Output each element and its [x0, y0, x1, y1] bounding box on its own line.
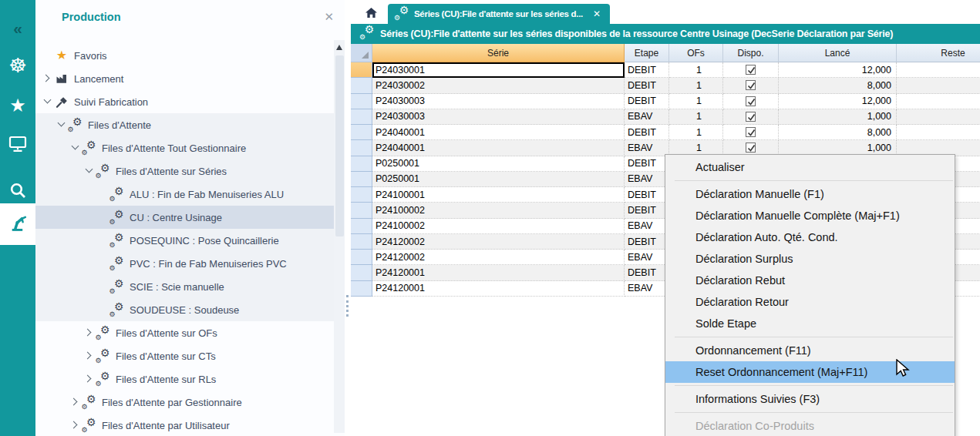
cell-ofs[interactable]: 1: [669, 94, 723, 109]
cell-etape[interactable]: DEBIT: [625, 234, 669, 250]
row-header-cell[interactable]: [351, 125, 372, 140]
cell-etape[interactable]: DEBIT: [625, 187, 669, 203]
tree-item-files-attente-sur-series[interactable]: ⚙⚙Files d'Attente sur Séries: [35, 159, 334, 183]
chevron-right-icon[interactable]: [42, 72, 54, 85]
tab-close-icon[interactable]: ✕: [593, 8, 601, 19]
row-header-cell[interactable]: [351, 172, 372, 187]
cell-serie[interactable]: P24120002: [372, 234, 625, 250]
tree-item-files-attente-par-gestionnaire[interactable]: ⚙⚙Files d'Attente par Gestionnaire: [35, 391, 334, 414]
cell-serie[interactable]: P24030003: [372, 109, 625, 125]
chevron-right-icon[interactable]: [83, 327, 96, 339]
cell-serie[interactable]: P0250001: [372, 172, 625, 187]
select-all-corner-cell[interactable]: [351, 44, 372, 62]
cell-etape[interactable]: DEBIT: [625, 203, 669, 218]
cell-lance[interactable]: 8,000: [779, 125, 897, 140]
tree-item-files-attente-tout-gestionnaire[interactable]: ⚙⚙Files d'Attente Tout Gestionnaire: [35, 136, 334, 159]
cell-dispo[interactable]: [723, 125, 779, 140]
rail-item-modules[interactable]: ☸: [0, 48, 35, 83]
tree-scrollbar[interactable]: [334, 40, 345, 433]
panel-close-button[interactable]: ✕: [324, 10, 334, 24]
menu-item-declaration-retour[interactable]: Déclaration Retour: [665, 291, 955, 313]
tree-item-cu[interactable]: ⚙⚙CU : Centre Usinage: [35, 206, 334, 229]
tree-item-files-attente-sur-cts[interactable]: ⚙⚙Files d'Attente sur CTs: [35, 344, 334, 367]
cell-serie[interactable]: P24100001: [372, 187, 625, 203]
cell-lance[interactable]: 1,000: [779, 109, 897, 125]
chevron-down-icon[interactable]: [56, 119, 68, 131]
cell-ofs[interactable]: 1: [669, 62, 723, 78]
panel-splitter[interactable]: [345, 0, 351, 436]
row-header-cell[interactable]: [351, 265, 372, 280]
tree-item-files-attente-sur-rls[interactable]: ⚙⚙Files d'Attente sur RLs: [35, 367, 334, 391]
row-header-cell[interactable]: [351, 78, 372, 93]
cell-etape[interactable]: DEBIT: [625, 62, 669, 78]
checkbox-checked-icon[interactable]: [746, 65, 756, 75]
cell-serie[interactable]: P24040001: [372, 140, 625, 156]
tree-item-files-attente-sur-ofs[interactable]: ⚙⚙Files d'Attente sur OFs: [35, 321, 334, 344]
cell-ofs[interactable]: 1: [669, 78, 723, 93]
chevron-right-icon[interactable]: [83, 373, 96, 385]
cell-etape[interactable]: EBAV: [625, 281, 669, 297]
menu-item-declaration-manuelle[interactable]: Déclaration Manuelle (F1): [665, 183, 955, 205]
chevron-down-icon[interactable]: [83, 165, 96, 177]
menu-item-actualiser[interactable]: Actualiser: [665, 156, 955, 178]
cell-serie[interactable]: P24030002: [372, 78, 625, 93]
rail-item-production[interactable]: [0, 203, 35, 245]
cell-serie[interactable]: P24120001: [372, 265, 625, 280]
row-header-cell[interactable]: [351, 109, 372, 125]
cell-lance[interactable]: 12,000: [779, 62, 897, 78]
cell-lance[interactable]: 12,000: [779, 94, 897, 109]
chevron-right-icon[interactable]: [69, 419, 82, 431]
cell-ofs[interactable]: 1: [669, 125, 723, 140]
tree-item-files-attente-par-utilisateur[interactable]: ⚙⚙Files d'Attente par Utilisateur: [35, 414, 334, 436]
tab-home[interactable]: [356, 5, 386, 24]
cell-dispo[interactable]: [723, 78, 779, 93]
rail-item-workstations[interactable]: [0, 128, 35, 163]
checkbox-checked-icon[interactable]: [746, 127, 756, 137]
row-header-cell[interactable]: [351, 250, 372, 265]
column-header-lanc[interactable]: Lancé: [779, 44, 897, 62]
cell-serie[interactable]: P24120002: [372, 250, 625, 265]
chevron-down-icon[interactable]: [42, 96, 54, 108]
column-header-etape[interactable]: Etape: [625, 44, 669, 62]
menu-item-declaration-auto-qte-cond[interactable]: Déclaration Auto. Qté. Cond.: [665, 226, 955, 248]
cell-reste[interactable]: [897, 94, 980, 109]
checkbox-checked-icon[interactable]: [746, 80, 756, 90]
scroll-up-icon[interactable]: [336, 45, 342, 50]
cell-serie[interactable]: P24100002: [372, 203, 625, 218]
cell-etape[interactable]: EBAV: [625, 250, 669, 265]
cell-lance[interactable]: 8,000: [779, 78, 897, 93]
tree-item-pvc[interactable]: ⚙⚙PVC : Fin de Fab Menuiseries PVC: [35, 252, 334, 275]
cell-serie[interactable]: P24030001: [372, 62, 625, 78]
cell-etape[interactable]: EBAV: [625, 172, 669, 187]
cell-etape[interactable]: DEBIT: [625, 125, 669, 140]
tree-item-lancement[interactable]: Lancement: [35, 67, 334, 90]
menu-item-reset-ordonnancement[interactable]: Reset Ordonnancement (Maj+F11): [665, 361, 955, 383]
cell-dispo[interactable]: [723, 109, 779, 125]
cell-serie[interactable]: P24030003: [372, 94, 625, 109]
cell-reste[interactable]: [897, 125, 980, 140]
chevron-right-icon[interactable]: [69, 396, 82, 408]
cell-dispo[interactable]: [723, 94, 779, 109]
row-header-cell[interactable]: [351, 219, 372, 234]
cell-etape[interactable]: DEBIT: [625, 265, 669, 280]
cell-etape[interactable]: EBAV: [625, 109, 669, 125]
menu-item-informations-suivies[interactable]: Informations Suivies (F3): [665, 388, 955, 410]
tree-item-files-attente[interactable]: ⚙⚙Files d'Attente: [35, 113, 334, 136]
row-header-cell[interactable]: [351, 94, 372, 109]
cell-etape[interactable]: DEBIT: [625, 156, 669, 172]
rail-item-favorites[interactable]: ★: [0, 88, 35, 123]
tree-item-suivi-fabrication[interactable]: Suivi Fabrication: [35, 90, 334, 113]
tree-item-alu[interactable]: ⚙⚙ALU : Fin de Fab Menuiseries ALU: [35, 183, 334, 206]
checkbox-checked-icon[interactable]: [746, 112, 756, 122]
cell-etape[interactable]: EBAV: [625, 140, 669, 156]
row-header-cell[interactable]: [351, 187, 372, 203]
cell-dispo[interactable]: [723, 62, 779, 78]
cell-serie[interactable]: P24100002: [372, 219, 625, 234]
tree-item-soudeuse[interactable]: ⚙⚙SOUDEUSE : Soudeuse: [35, 298, 334, 321]
tree-item-posequinc[interactable]: ⚙⚙POSEQUINC : Pose Quincaillerie: [35, 229, 334, 252]
cell-reste[interactable]: [897, 78, 980, 93]
menu-item-ordonnancement[interactable]: Ordonnancement (F11): [665, 340, 955, 361]
rail-item-collapse-sidebar[interactable]: «: [0, 11, 35, 46]
cell-serie[interactable]: P24120001: [372, 281, 625, 297]
cell-serie[interactable]: P24040001: [372, 125, 625, 140]
